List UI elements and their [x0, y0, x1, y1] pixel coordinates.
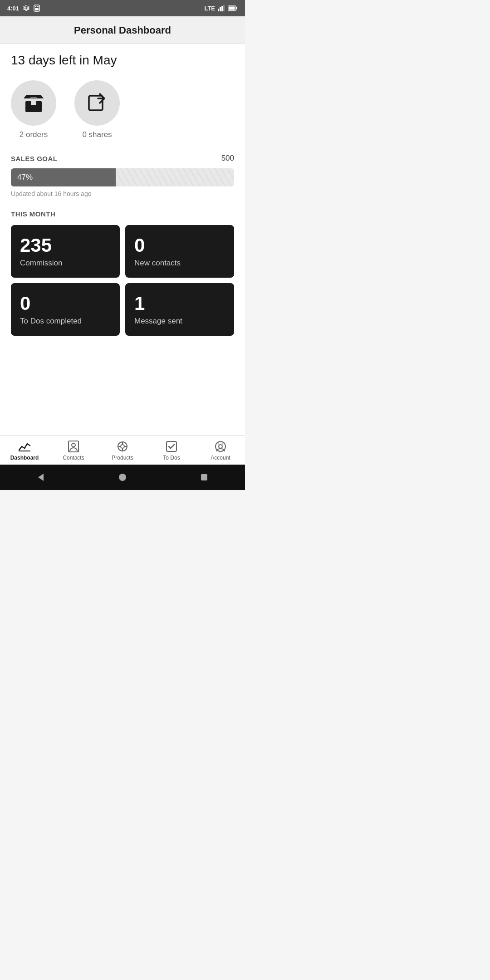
- progress-bar-fill: 47%: [11, 168, 116, 186]
- sales-goal-section: SALES GOAL 500 47% Updated about 16 hour…: [11, 154, 234, 197]
- svg-point-28: [119, 474, 126, 481]
- dashboard-icon: [18, 440, 31, 453]
- new-contacts-label: New contacts: [134, 259, 225, 268]
- nav-products-label: Products: [112, 455, 133, 461]
- todos-card: 0 To Dos completed: [11, 283, 120, 336]
- gear-icon: [23, 5, 30, 12]
- this-month-section: THIS MONTH 235 Commission 0 New contacts…: [11, 210, 234, 336]
- commission-label: Commission: [20, 259, 111, 268]
- nav-account-label: Account: [211, 455, 230, 461]
- new-contacts-card: 0 New contacts: [125, 225, 234, 278]
- status-right: LTE: [204, 5, 238, 12]
- progress-bar-label: 47%: [17, 173, 33, 182]
- nav-todos[interactable]: To Dos: [153, 440, 190, 461]
- orders-icon-circle: [11, 80, 56, 126]
- orders-label: 2 orders: [20, 130, 48, 139]
- svg-rect-24: [167, 441, 176, 451]
- progress-bar-container: 47%: [11, 168, 234, 186]
- svg-point-19: [121, 445, 124, 448]
- status-left: 4:01: [7, 5, 40, 12]
- progress-updated: Updated about 16 hours ago: [11, 190, 234, 197]
- svg-point-17: [72, 443, 75, 447]
- svg-rect-2: [37, 6, 39, 7]
- status-time: 4:01: [7, 5, 19, 12]
- account-icon: [214, 440, 227, 453]
- this-month-title: THIS MONTH: [11, 210, 234, 218]
- page-title: Personal Dashboard: [7, 24, 238, 36]
- todos-number: 0: [20, 293, 111, 314]
- android-nav: [0, 465, 245, 490]
- svg-rect-4: [218, 9, 219, 11]
- svg-rect-5: [220, 7, 221, 11]
- nav-account[interactable]: Account: [202, 440, 239, 461]
- svg-rect-13: [31, 101, 36, 105]
- todos-icon: [165, 440, 178, 453]
- app-header: Personal Dashboard: [0, 16, 245, 44]
- share-icon: [85, 91, 109, 115]
- svg-rect-29: [201, 474, 207, 480]
- nav-contacts[interactable]: Contacts: [55, 440, 92, 461]
- svg-rect-6: [221, 6, 223, 11]
- products-icon: [116, 440, 129, 453]
- commission-number: 235: [20, 235, 111, 256]
- recents-button[interactable]: [198, 471, 211, 484]
- stats-grid: 235 Commission 0 New contacts 0 To Dos c…: [11, 225, 234, 336]
- signal-icon: [218, 5, 225, 11]
- svg-rect-10: [229, 7, 235, 10]
- svg-rect-3: [35, 8, 39, 10]
- messages-label: Message sent: [134, 317, 225, 326]
- orders-item: 2 orders: [11, 80, 56, 139]
- commission-card: 235 Commission: [11, 225, 120, 278]
- svg-rect-12: [31, 98, 36, 101]
- sales-goal-value: 500: [221, 154, 234, 163]
- contacts-icon: [67, 440, 80, 453]
- days-left-label: 13 days left in May: [11, 53, 234, 68]
- back-button[interactable]: [34, 471, 47, 484]
- battery-icon: [228, 5, 238, 11]
- nav-dashboard[interactable]: Dashboard: [6, 440, 43, 461]
- sales-goal-header: SALES GOAL 500: [11, 154, 234, 163]
- todos-label: To Dos completed: [20, 317, 111, 326]
- nav-contacts-label: Contacts: [63, 455, 84, 461]
- messages-number: 1: [134, 293, 225, 314]
- stats-icons-row: 2 orders 0 shares: [11, 80, 234, 139]
- home-button[interactable]: [116, 471, 129, 484]
- svg-point-26: [219, 445, 222, 448]
- svg-rect-1: [35, 6, 36, 7]
- nav-dashboard-label: Dashboard: [10, 455, 39, 461]
- sim-icon: [34, 5, 40, 12]
- svg-rect-9: [236, 7, 237, 10]
- shares-label: 0 shares: [82, 130, 112, 139]
- bottom-nav: Dashboard Contacts Products To Dos: [0, 435, 245, 465]
- status-bar: 4:01 LTE: [0, 0, 245, 16]
- new-contacts-number: 0: [134, 235, 225, 256]
- main-content: 13 days left in May 2 orders: [0, 44, 245, 435]
- nav-todos-label: To Dos: [163, 455, 180, 461]
- svg-rect-7: [223, 5, 225, 11]
- messages-card: 1 Message sent: [125, 283, 234, 336]
- svg-marker-27: [38, 474, 44, 481]
- shares-icon-circle: [74, 80, 120, 126]
- box-icon: [22, 91, 45, 115]
- shares-item: 0 shares: [74, 80, 120, 139]
- sales-goal-title: SALES GOAL: [11, 155, 58, 162]
- network-label: LTE: [204, 5, 215, 12]
- nav-products[interactable]: Products: [104, 440, 141, 461]
